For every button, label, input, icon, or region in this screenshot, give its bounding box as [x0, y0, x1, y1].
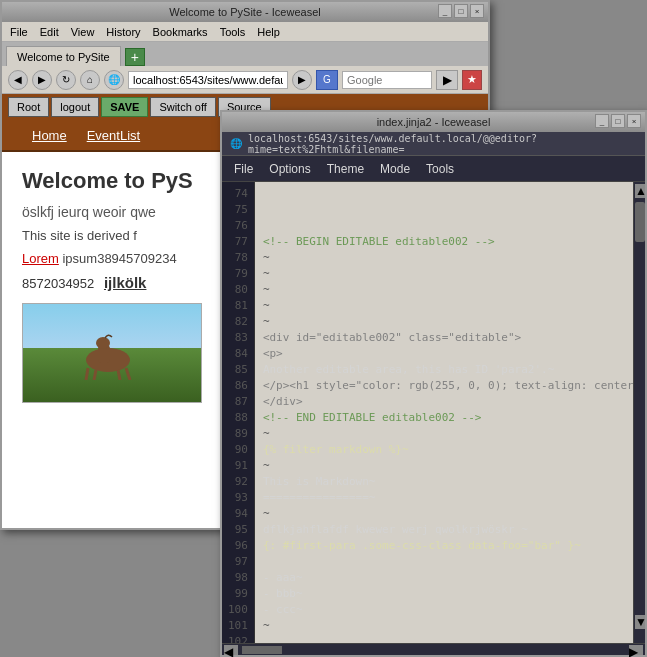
- horse-image: [22, 303, 202, 403]
- editor-menu-theme[interactable]: Theme: [327, 162, 364, 176]
- scrollbar-left-arrow[interactable]: ◀: [224, 645, 238, 655]
- scrollbar-up-arrow[interactable]: ▲: [635, 184, 645, 198]
- editor-globe-icon: 🌐: [230, 138, 242, 149]
- browser-2-title: index.jinja2 - Iceweasel: [377, 116, 491, 128]
- window-controls-2: _ □ ×: [595, 114, 641, 128]
- menu-view[interactable]: View: [71, 26, 95, 38]
- maximize-button-1[interactable]: □: [454, 4, 468, 18]
- forward-button[interactable]: ▶: [32, 70, 52, 90]
- switch-off-button[interactable]: Switch off: [150, 97, 216, 117]
- code-editor-area: 7475767778798081828384858687888990919293…: [222, 182, 645, 643]
- horse-svg: [68, 325, 148, 380]
- back-button[interactable]: ◀: [8, 70, 28, 90]
- home-button[interactable]: ⌂: [80, 70, 100, 90]
- horizontal-scrollbar[interactable]: ◀ ▶: [222, 643, 645, 655]
- menu-history[interactable]: History: [106, 26, 140, 38]
- refresh-button[interactable]: ↻: [56, 70, 76, 90]
- root-button[interactable]: Root: [8, 97, 49, 117]
- svg-line-3: [86, 368, 88, 380]
- search-engine-icon: G: [316, 70, 338, 90]
- browser-window-2: index.jinja2 - Iceweasel _ □ × 🌐 localho…: [220, 110, 647, 657]
- editor-menu-tools[interactable]: Tools: [426, 162, 454, 176]
- scrollbar-right-arrow[interactable]: ▶: [629, 645, 643, 655]
- globe-icon: 🌐: [104, 70, 124, 90]
- menu-bookmarks[interactable]: Bookmarks: [153, 26, 208, 38]
- address-go-button[interactable]: ▶: [292, 70, 312, 90]
- title-bar-1: Welcome to PySite - Iceweasel _ □ ×: [2, 2, 488, 22]
- code-content[interactable]: <!-- BEGIN EDITABLE editable002 -->~~~~~…: [255, 182, 633, 643]
- menu-tools[interactable]: Tools: [220, 26, 246, 38]
- search-go-button[interactable]: ▶: [436, 70, 458, 90]
- editor-address-bar: 🌐 localhost:6543/sites/www.default.local…: [222, 132, 645, 156]
- search-input[interactable]: [342, 71, 432, 89]
- tabs-bar-1: Welcome to PySite +: [2, 42, 488, 66]
- editor-address: localhost:6543/sites/www.default.local/@…: [248, 133, 637, 155]
- scrollbar-down-arrow[interactable]: ▼: [635, 615, 645, 629]
- editor-menu-options[interactable]: Options: [269, 162, 310, 176]
- window-controls-1: _ □ ×: [438, 4, 484, 18]
- new-tab-button[interactable]: +: [125, 48, 145, 66]
- editor-menu-bar: File Options Theme Mode Tools: [222, 156, 645, 182]
- svg-line-6: [126, 368, 130, 380]
- tab-label: Welcome to PySite: [17, 51, 110, 63]
- nav-eventlist[interactable]: EventList: [87, 128, 140, 143]
- lorem-rest: ipsum38945709234: [59, 251, 177, 266]
- browser-1-title: Welcome to PySite - Iceweasel: [169, 6, 320, 18]
- browser-2-content: 🌐 localhost:6543/sites/www.default.local…: [222, 132, 645, 655]
- menu-file[interactable]: File: [10, 26, 28, 38]
- minimize-button-2[interactable]: _: [595, 114, 609, 128]
- maximize-button-2[interactable]: □: [611, 114, 625, 128]
- logout-button[interactable]: logout: [51, 97, 99, 117]
- special-text: ijlkölk: [104, 274, 147, 291]
- scrollbar-thumb[interactable]: [635, 202, 645, 242]
- menu-help[interactable]: Help: [257, 26, 280, 38]
- nav-home[interactable]: Home: [32, 128, 67, 143]
- menu-edit[interactable]: Edit: [40, 26, 59, 38]
- address-input-1[interactable]: [128, 71, 288, 89]
- close-button-2[interactable]: ×: [627, 114, 641, 128]
- svg-line-4: [94, 370, 96, 380]
- minimize-button-1[interactable]: _: [438, 4, 452, 18]
- bookmark-icon[interactable]: ★: [462, 70, 482, 90]
- svg-point-2: [96, 337, 110, 349]
- code-with-scrollbar: 7475767778798081828384858687888990919293…: [222, 182, 645, 643]
- svg-line-5: [118, 370, 120, 380]
- menu-bar-1: File Edit View History Bookmarks Tools H…: [2, 22, 488, 42]
- line-numbers: 7475767778798081828384858687888990919293…: [222, 182, 255, 643]
- save-button[interactable]: SAVE: [101, 97, 148, 117]
- editor-menu-mode[interactable]: Mode: [380, 162, 410, 176]
- scrollbar-h-thumb[interactable]: [242, 646, 282, 654]
- lorem-link[interactable]: Lorem: [22, 251, 59, 266]
- address-bar-1: ◀ ▶ ↻ ⌂ 🌐 ▶ G ▶ ★: [2, 66, 488, 94]
- editor-menu-file[interactable]: File: [234, 162, 253, 176]
- title-bar-2: index.jinja2 - Iceweasel _ □ ×: [222, 112, 645, 132]
- close-button-1[interactable]: ×: [470, 4, 484, 18]
- vertical-scrollbar[interactable]: ▲ ▼: [633, 182, 645, 643]
- tab-pysite[interactable]: Welcome to PySite: [6, 46, 121, 66]
